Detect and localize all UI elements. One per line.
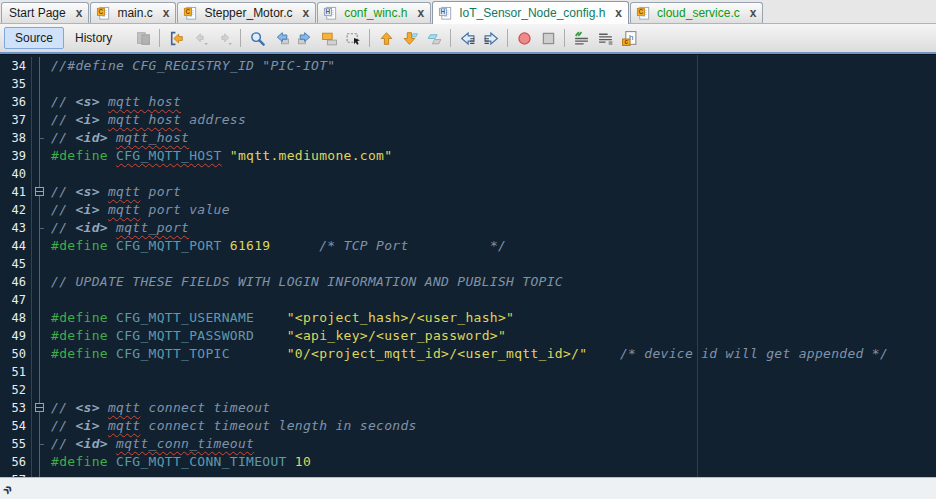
code-text[interactable]: // UPDATE THESE FIELDS WITH LOGIN INFORM… [47, 273, 563, 291]
back-button[interactable] [189, 27, 211, 49]
code-text[interactable]: // <s> mqtt host [47, 93, 181, 111]
tab-close-icon[interactable]: x [418, 8, 425, 18]
header-source-toggle-button[interactable]: hc [618, 27, 640, 49]
forward-button[interactable] [213, 27, 235, 49]
shift-right-button[interactable] [480, 27, 502, 49]
tab-close-icon[interactable]: x [302, 8, 309, 18]
code-line[interactable]: 35 [0, 75, 936, 93]
code-area[interactable]: 34//#define CFG_REGISTRY_ID "PIC-IOT"353… [0, 55, 936, 477]
code-text[interactable] [47, 255, 51, 273]
tab-main-c[interactable]: Cmain.cx [90, 2, 176, 23]
code-text[interactable]: #define CFG_MQTT_USERNAME "<project_hash… [47, 309, 514, 327]
code-line[interactable]: 42// <i> mqtt port value [0, 201, 936, 219]
code-line[interactable]: 52 [0, 381, 936, 399]
line-number: 52 [0, 381, 32, 399]
code-text[interactable]: // <id> mqtt_conn_timeout [47, 435, 254, 453]
source-view-button[interactable]: Source [4, 27, 64, 49]
stop-macro-button[interactable] [537, 27, 559, 49]
tab-close-icon[interactable]: x [76, 8, 83, 18]
code-line[interactable]: 45 [0, 255, 936, 273]
line-number: 54 [0, 417, 32, 435]
code-line[interactable]: 49#define CFG_MQTT_PASSWORD "<api_key>/<… [0, 327, 936, 345]
tab-conf-winc-h[interactable]: Hconf_winc.hx [317, 2, 431, 23]
code-line[interactable]: 48#define CFG_MQTT_USERNAME "<project_ha… [0, 309, 936, 327]
code-text[interactable]: #define CFG_MQTT_HOST "mqtt.mediumone.co… [47, 147, 392, 165]
code-line[interactable]: 39#define CFG_MQTT_HOST "mqtt.mediumone.… [0, 147, 936, 165]
code-text[interactable]: // <i> mqtt port value [47, 201, 230, 219]
diff-button[interactable] [132, 27, 154, 49]
tab-start-page[interactable]: Start Pagex [1, 2, 89, 23]
previous-bookmark-button[interactable] [375, 27, 397, 49]
code-line[interactable]: 37// <i> mqtt host address [0, 111, 936, 129]
code-text[interactable]: // <i> mqtt host address [47, 111, 246, 129]
next-bookmark-button[interactable] [399, 27, 421, 49]
fold-guide [32, 345, 47, 363]
code-text[interactable]: // <s> mqtt connect timeout [47, 399, 270, 417]
code-text[interactable] [47, 291, 51, 309]
code-text[interactable]: #define CFG_MQTT_PORT 61619 /* TCP Port … [47, 237, 506, 255]
code-text[interactable]: #define CFG_MQTT_TOPIC "0/<project_mqtt_… [47, 345, 888, 363]
comment-button[interactable] [570, 27, 592, 49]
find-previous-button[interactable] [270, 27, 292, 49]
history-view-button[interactable]: History [64, 27, 123, 49]
fold-guide [32, 165, 47, 183]
code-line[interactable]: 40 [0, 165, 936, 183]
code-line[interactable]: 41// <s> mqtt port [0, 183, 936, 201]
code-text[interactable] [47, 471, 51, 477]
toggle-highlight-button[interactable] [318, 27, 340, 49]
code-text[interactable] [47, 165, 51, 183]
tab-label: conf_winc.h [342, 6, 409, 20]
code-line[interactable]: 46// UPDATE THESE FIELDS WITH LOGIN INFO… [0, 273, 936, 291]
code-segment: address [181, 112, 246, 127]
code-line[interactable]: 44#define CFG_MQTT_PORT 61619 /* TCP Por… [0, 237, 936, 255]
code-line[interactable]: 38// <id> mqtt_host [0, 129, 936, 147]
fold-guide [32, 417, 47, 435]
code-line[interactable]: 56#define CFG_MQTT_CONN_TIMEOUT 10 [0, 453, 936, 471]
code-segment [254, 328, 287, 343]
last-edit-button[interactable] [165, 27, 187, 49]
code-line[interactable]: 51 [0, 363, 936, 381]
code-line[interactable]: 50#define CFG_MQTT_TOPIC "0/<project_mqt… [0, 345, 936, 363]
code-line[interactable]: 47 [0, 291, 936, 309]
code-text[interactable]: // <s> mqtt port [47, 183, 181, 201]
code-line[interactable]: 54// <i> mqtt connect timeout length in … [0, 417, 936, 435]
code-text[interactable]: //#define CFG_REGISTRY_ID "PIC-IOT" [47, 57, 335, 75]
line-number: 35 [0, 75, 32, 93]
code-text[interactable]: // <id> mqtt_port [47, 219, 189, 237]
tab-iot-sensor-node-config-h[interactable]: HIoT_Sensor_Node_config.hx [432, 1, 629, 24]
toggle-bookmark-button[interactable] [423, 27, 445, 49]
code-line[interactable]: 36// <s> mqtt host [0, 93, 936, 111]
fold-start-marker[interactable] [32, 399, 47, 417]
code-line[interactable]: 55// <id> mqtt_conn_timeout [0, 435, 936, 453]
line-number: 45 [0, 255, 32, 273]
code-editor[interactable]: 34//#define CFG_REGISTRY_ID "PIC-IOT"353… [0, 54, 936, 477]
code-line[interactable]: 57 [0, 471, 936, 477]
tab-cloud-service-c[interactable]: Ccloud_service.cx [630, 2, 763, 23]
find-selection-button[interactable] [246, 27, 268, 49]
shift-left-button[interactable] [456, 27, 478, 49]
code-text[interactable]: #define CFG_MQTT_CONN_TIMEOUT 10 [47, 453, 311, 471]
uncomment-button[interactable] [594, 27, 616, 49]
code-text[interactable] [47, 363, 51, 381]
tab-close-icon[interactable]: x [750, 8, 757, 18]
rectangular-selection-button[interactable] [342, 27, 364, 49]
code-text[interactable] [47, 75, 51, 93]
fold-start-marker[interactable] [32, 183, 47, 201]
tab-stepper-motor-c[interactable]: CStepper_Motor.cx [177, 2, 316, 23]
code-segment [230, 346, 287, 361]
tab-close-icon[interactable]: x [163, 8, 170, 18]
code-segment: CFG_MQTT_PASSWORD [116, 328, 254, 343]
fold-guide [32, 363, 47, 381]
record-macro-button[interactable] [513, 27, 535, 49]
breadcrumb-expand-icon[interactable]: » [0, 480, 16, 496]
code-text[interactable] [47, 381, 51, 399]
code-line[interactable]: 43// <id> mqtt_port [0, 219, 936, 237]
tab-close-icon[interactable]: x [615, 8, 622, 18]
code-text[interactable]: // <id> mqtt_host [47, 129, 189, 147]
code-text[interactable]: #define CFG_MQTT_PASSWORD "<api_key>/<us… [47, 327, 506, 345]
code-line[interactable]: 53// <s> mqtt connect timeout [0, 399, 936, 417]
code-segment: mqtt [108, 202, 141, 217]
find-next-button[interactable] [294, 27, 316, 49]
code-text[interactable]: // <i> mqtt connect timeout length in se… [47, 417, 417, 435]
code-line[interactable]: 34//#define CFG_REGISTRY_ID "PIC-IOT" [0, 57, 936, 75]
